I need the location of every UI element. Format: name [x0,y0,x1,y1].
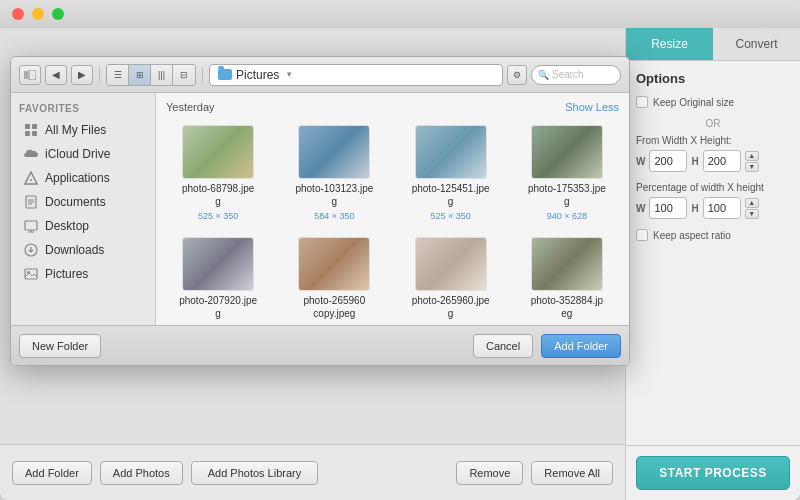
tab-resize[interactable]: Resize [626,28,713,60]
file-item-5[interactable]: photo-265960 copy.jpeg 920 × 937 [280,233,388,325]
file-dims-3: 940 × 628 [547,211,587,221]
dialog-actions: Cancel Add Folder [473,334,621,358]
main-window: ◀ ▶ ☰ ⊞ ||| ⊟ Pictures ▼ [0,0,800,500]
tab-convert[interactable]: Convert [713,28,800,60]
start-process-button[interactable]: START PROCESS [636,456,790,490]
file-thumb-5 [298,237,370,291]
icloud-label: iCloud Drive [45,147,110,161]
svg-rect-0 [24,71,28,79]
pct-stepper-up[interactable]: ▲ [745,198,759,208]
dialog-toolbar: ◀ ▶ ☰ ⊞ ||| ⊟ Pictures ▼ [11,57,629,93]
remove-button[interactable]: Remove [456,461,523,485]
file-dialog: ◀ ▶ ☰ ⊞ ||| ⊟ Pictures ▼ [10,56,630,366]
dialog-footer: New Folder Cancel Add Folder [11,325,629,365]
keep-aspect-label: Keep aspect ratio [653,230,731,241]
documents-label: Documents [45,195,106,209]
keep-aspect-row: Keep aspect ratio [636,229,790,241]
action-btn[interactable]: ⚙ [507,65,527,85]
cancel-button[interactable]: Cancel [473,334,533,358]
applications-label: Applications [45,171,110,185]
sidebar-item-pictures[interactable]: Pictures [15,262,151,286]
new-folder-button[interactable]: New Folder [19,334,101,358]
downloads-icon [23,242,39,258]
remove-all-button[interactable]: Remove All [531,461,613,485]
file-thumb-6 [415,237,487,291]
maximize-button[interactable] [52,8,64,20]
add-folder-button[interactable]: Add Folder [541,334,621,358]
sidebar-item-desktop[interactable]: Desktop [15,214,151,238]
dropdown-arrow: ▼ [285,70,293,79]
wh-row: W H ▲ ▼ [636,150,790,172]
w-label: W [636,156,645,167]
keep-original-size-checkbox[interactable] [636,96,648,108]
right-tabs: Resize Convert [626,28,800,61]
column-view-btn[interactable]: ||| [151,65,173,85]
pct-w-label: W [636,203,645,214]
pct-stepper: ▲ ▼ [745,198,759,219]
applications-icon [23,170,39,186]
file-dims-2: 525 × 350 [430,211,470,221]
pct-height-input[interactable] [703,197,741,219]
file-item-4[interactable]: photo-207920.jpe g 940 × 627 [164,233,272,325]
toolbar-separator-2 [202,67,203,83]
sidebar-item-downloads[interactable]: Downloads [15,238,151,262]
file-item-7[interactable]: photo-352884.jp eg 818 × 350 [513,233,621,325]
search-icon: 🔍 [538,70,549,80]
bottom-add-photos-button[interactable]: Add Photos [100,461,183,485]
sidebar-item-documents[interactable]: Documents [15,190,151,214]
forward-btn[interactable]: ▶ [71,65,93,85]
wh-stepper-down[interactable]: ▼ [745,162,759,172]
width-input[interactable] [649,150,687,172]
file-item-0[interactable]: photo-68798.jpe g 525 × 350 [164,121,272,225]
date-label: Yesterday [166,101,215,113]
file-grid-area[interactable]: Yesterday Show Less photo-68798.jpe g 52… [156,93,629,325]
grid-view-btn[interactable]: ⊞ [129,65,151,85]
pct-stepper-down[interactable]: ▼ [745,209,759,219]
file-item-2[interactable]: photo-125451.jpe g 525 × 350 [397,121,505,225]
toggle-sidebar-btn[interactable] [19,65,41,85]
toolbar-separator-1 [99,67,100,83]
keep-aspect-checkbox[interactable] [636,229,648,241]
all-my-files-label: All My Files [45,123,106,137]
file-item-3[interactable]: photo-175353.jpe g 940 × 628 [513,121,621,225]
right-bottom: START PROCESS [626,445,800,500]
svg-marker-6 [25,172,37,184]
dialog-body: Favorites All My Files [11,93,629,325]
close-button[interactable] [12,8,24,20]
svg-rect-2 [25,124,30,129]
svg-rect-12 [25,221,37,230]
app-body: ◀ ▶ ☰ ⊞ ||| ⊟ Pictures ▼ [0,28,800,500]
back-btn[interactable]: ◀ [45,65,67,85]
sidebar-section-label: Favorites [11,101,155,118]
file-dims-0: 525 × 350 [198,211,238,221]
sidebar-item-icloud-drive[interactable]: iCloud Drive [15,142,151,166]
wh-stepper-up[interactable]: ▲ [745,151,759,161]
search-box[interactable]: 🔍 Search [531,65,621,85]
folder-icon [218,69,232,80]
svg-rect-1 [29,70,36,80]
show-less-btn[interactable]: Show Less [565,101,619,113]
pictures-label: Pictures [45,267,88,281]
file-name-5: photo-265960 copy.jpeg [294,294,374,320]
minimize-button[interactable] [32,8,44,20]
cover-view-btn[interactable]: ⊟ [173,65,195,85]
height-input[interactable] [703,150,741,172]
pct-width-input[interactable] [649,197,687,219]
titlebar [0,0,800,28]
svg-rect-3 [32,124,37,129]
sidebar-item-all-my-files[interactable]: All My Files [15,118,151,142]
list-view-btn[interactable]: ☰ [107,65,129,85]
file-thumb-7 [531,237,603,291]
file-item-6[interactable]: photo-265960.jpe g 940 × 627 [397,233,505,325]
sidebar-item-applications[interactable]: Applications [15,166,151,190]
bottom-add-photos-library-button[interactable]: Add Photos Library [191,461,319,485]
file-name-0: photo-68798.jpe g [178,182,258,208]
pct-h-label: H [691,203,698,214]
file-name-7: photo-352884.jp eg [527,294,607,320]
date-section-header: Yesterday Show Less [164,101,621,113]
bottom-add-folder-button[interactable]: Add Folder [12,461,92,485]
location-bar[interactable]: Pictures ▼ [209,64,503,86]
documents-icon [23,194,39,210]
file-thumb-3 [531,125,603,179]
file-item-1[interactable]: photo-103123.jpe g 584 × 350 [280,121,388,225]
